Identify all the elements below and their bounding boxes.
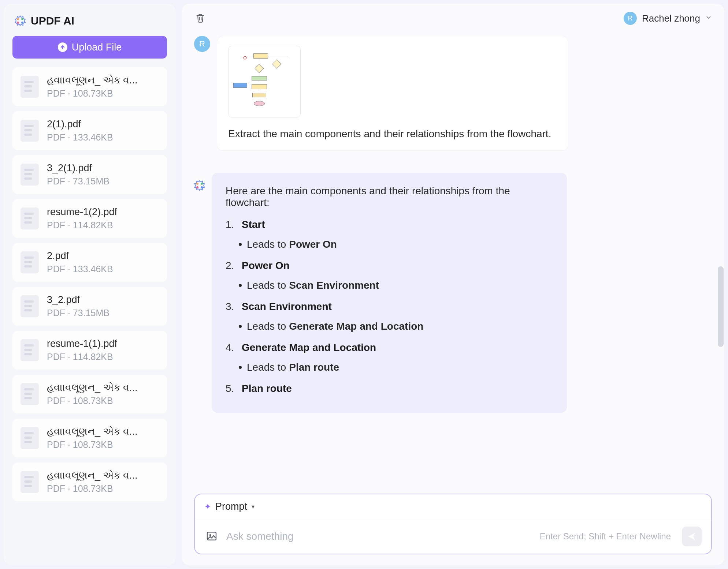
file-icon (21, 339, 39, 361)
step-title: Plan route (242, 383, 292, 394)
step-sub: Leads to Generate Map and Location (239, 321, 553, 332)
file-meta: PDF · 73.15MB (47, 308, 159, 318)
prompt-selector[interactable]: ✦ Prompt ▾ (195, 494, 711, 519)
file-info: resume-1(2).pdf PDF · 114.82KB (47, 206, 159, 231)
ai-step: 4.Generate Map and LocationLeads to Plan… (226, 342, 553, 373)
svg-point-7 (201, 186, 203, 188)
step-title: Start (242, 219, 265, 231)
file-meta: PDF · 108.73KB (47, 483, 159, 494)
step-number: 3. (226, 301, 237, 312)
step-sub: Leads to Plan route (239, 362, 553, 373)
file-name: 3_2(1).pdf (47, 162, 159, 174)
file-list: હવાાવલૂણન_ એક વ... PDF · 108.73KB 2(1).p… (12, 67, 167, 558)
upload-file-button[interactable]: Upload File (12, 36, 167, 59)
step-sub: Leads to Scan Environment (239, 280, 553, 291)
ai-step: 1.StartLeads to Power On (226, 219, 553, 250)
svg-rect-8 (207, 532, 216, 540)
trash-icon (195, 12, 205, 23)
user-menu[interactable]: R Rachel zhong (624, 12, 712, 25)
file-icon (21, 207, 39, 229)
file-info: હવાાવલૂણન_ એક વ... PDF · 108.73KB (47, 75, 159, 99)
step-sub: Leads to Power On (239, 239, 553, 250)
file-item[interactable]: હવાાવલૂણન_ એક વ... PDF · 108.73KB (12, 67, 167, 106)
sidebar: UPDF AI Upload File હવાાવલૂણન_ એક વ... P… (4, 4, 176, 565)
file-meta: PDF · 73.15MB (47, 176, 159, 187)
file-info: હવાાવલૂણન_ એક વ... PDF · 108.73KB (47, 470, 159, 494)
file-name: resume-1(1).pdf (47, 338, 159, 349)
file-icon (21, 164, 39, 186)
bullet-icon (239, 243, 242, 246)
file-info: હવાાવલૂણન_ એક વ... PDF · 108.73KB (47, 382, 159, 406)
step-title: Scan Environment (242, 301, 332, 312)
image-icon (206, 530, 218, 542)
svg-point-3 (21, 22, 23, 24)
file-item[interactable]: 2(1).pdf PDF · 133.46KB (12, 111, 167, 150)
file-icon (21, 427, 39, 449)
step-number: 4. (226, 342, 237, 353)
file-icon (21, 295, 39, 317)
flowchart-thumbnail-icon (233, 50, 296, 113)
attachment-thumbnail[interactable] (228, 46, 301, 117)
file-item[interactable]: resume-1(1).pdf PDF · 114.82KB (12, 331, 167, 370)
file-meta: PDF · 133.46KB (47, 132, 159, 143)
ai-intro-text: Here are the main components and their r… (226, 185, 553, 209)
user-avatar: R (624, 12, 637, 25)
prompt-label: Prompt (215, 501, 247, 512)
file-info: 3_2.pdf PDF · 73.15MB (47, 294, 159, 318)
file-name: હવાાવલૂણન_ એક વ... (47, 426, 159, 437)
message-input[interactable] (226, 531, 532, 542)
file-item[interactable]: હવાાવલૂણન_ એક વ... PDF · 108.73KB (12, 463, 167, 501)
composer-body: Enter Send; Shift + Enter Newline (195, 519, 711, 554)
chat-area: R (182, 29, 724, 490)
sparkle-icon: ✦ (204, 502, 211, 512)
file-meta: PDF · 108.73KB (47, 396, 159, 406)
bullet-icon (239, 325, 242, 328)
file-name: હવાાવલૂણન_ એક વ... (47, 382, 159, 393)
delete-chat-button[interactable] (194, 12, 207, 25)
file-item[interactable]: 3_2.pdf PDF · 73.15MB (12, 287, 167, 326)
file-icon (21, 471, 39, 493)
file-name: 2.pdf (47, 250, 159, 262)
svg-point-0 (17, 18, 19, 20)
step-number: 1. (226, 219, 237, 231)
svg-point-5 (201, 183, 203, 185)
user-name-label: Rachel zhong (642, 13, 700, 24)
file-meta: PDF · 108.73KB (47, 88, 159, 99)
step-number: 5. (226, 383, 237, 394)
file-item[interactable]: 3_2(1).pdf PDF · 73.15MB (12, 155, 167, 194)
step-title: Generate Map and Location (242, 342, 376, 353)
file-name: હવાાવલૂણન_ એક વ... (47, 75, 159, 86)
app-logo-icon (15, 15, 26, 26)
user-message-text: Extract the main components and their re… (228, 127, 557, 141)
bullet-icon (239, 366, 242, 369)
file-info: 3_2(1).pdf PDF · 73.15MB (47, 162, 159, 187)
file-item[interactable]: હવાાવલૂણન_ એક વ... PDF · 108.73KB (12, 419, 167, 457)
file-item[interactable]: હવાાવલૂણન_ એક વ... PDF · 108.73KB (12, 375, 167, 413)
send-button[interactable] (682, 527, 702, 546)
send-icon (687, 532, 697, 541)
composer: ✦ Prompt ▾ Enter Send; Shift + Enter New… (194, 494, 712, 554)
svg-point-2 (17, 22, 19, 24)
file-name: હવાાવલૂણન_ એક વ... (47, 470, 159, 481)
file-name: 3_2.pdf (47, 294, 159, 306)
attach-image-button[interactable] (204, 529, 219, 544)
svg-point-4 (196, 183, 198, 185)
file-icon (21, 76, 39, 98)
ai-step: 2.Power OnLeads to Scan Environment (226, 260, 553, 291)
scrollbar-thumb[interactable] (718, 266, 724, 347)
user-message-block: R (194, 36, 712, 151)
ai-logo-icon (194, 180, 205, 191)
input-hint: Enter Send; Shift + Enter Newline (540, 531, 671, 542)
file-info: 2.pdf PDF · 133.46KB (47, 250, 159, 274)
file-meta: PDF · 108.73KB (47, 439, 159, 450)
svg-point-1 (21, 18, 23, 20)
upload-icon (58, 42, 67, 52)
file-name: resume-1(2).pdf (47, 206, 159, 218)
file-meta: PDF · 114.82KB (47, 220, 159, 231)
file-item[interactable]: 2.pdf PDF · 133.46KB (12, 243, 167, 282)
ai-message-card: Here are the main components and their r… (212, 173, 567, 413)
file-item[interactable]: resume-1(2).pdf PDF · 114.82KB (12, 199, 167, 238)
file-meta: PDF · 114.82KB (47, 352, 159, 362)
file-info: 2(1).pdf PDF · 133.46KB (47, 119, 159, 143)
step-title: Power On (242, 260, 290, 272)
